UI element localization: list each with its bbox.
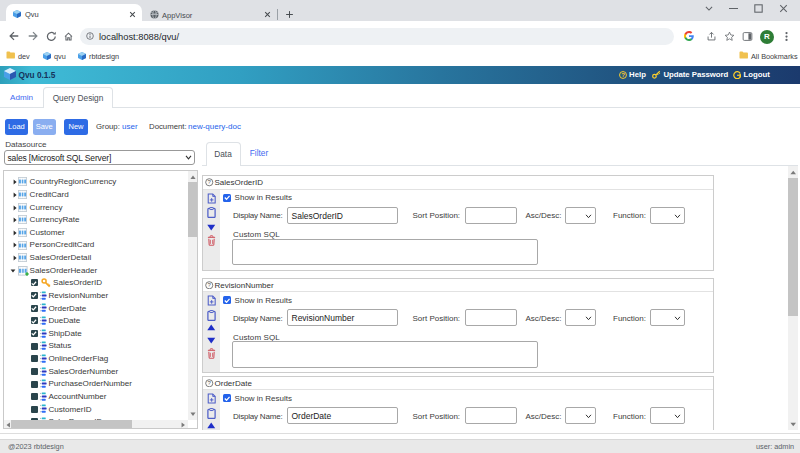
- svg-text:?: ?: [208, 180, 212, 186]
- svg-text:?: ?: [621, 72, 625, 78]
- svg-text:?: ?: [208, 282, 212, 288]
- svg-text:?: ?: [208, 380, 212, 386]
